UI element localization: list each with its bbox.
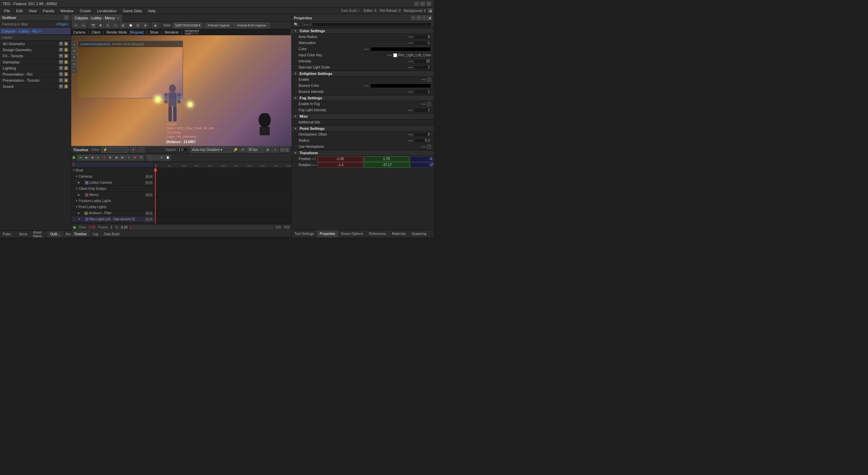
lc-btn-1[interactable]: +: [145, 181, 149, 184]
mercy-arrow[interactable]: ▶: [78, 193, 80, 196]
layer-vis2[interactable]: 👁: [59, 48, 63, 52]
layer-sound[interactable]: Sound 👁 🔒: [0, 83, 71, 90]
menu-view[interactable]: View: [26, 7, 40, 14]
transform-section[interactable]: ▼ Transform: [292, 150, 434, 156]
search-input[interactable]: [300, 22, 432, 27]
timeline-collapse[interactable]: □: [280, 147, 285, 152]
eif-drag-icon[interactable]: ⟺: [421, 102, 426, 106]
tl-expand-btn[interactable]: ▪: [272, 147, 279, 153]
bi-drag-icon[interactable]: ⟺: [408, 90, 413, 94]
amb-btn-2[interactable]: →: [149, 212, 153, 215]
menu-file[interactable]: File: [1, 7, 13, 14]
misc-section[interactable]: ▼ Misc: [292, 113, 434, 119]
outliner-close[interactable]: ×: [64, 15, 69, 20]
layer-lock7[interactable]: 🔒: [64, 78, 68, 82]
cam-btn-2[interactable]: →: [149, 175, 153, 178]
portrait-exr-btn[interactable]: Portrait EXR Capture: [233, 22, 270, 28]
tab-assets[interactable]: Assets: [63, 231, 71, 237]
root-arrow[interactable]: ▼: [73, 169, 75, 172]
att-drag-icon[interactable]: ⟺: [408, 41, 413, 45]
vp-tool-local[interactable]: L: [71, 67, 77, 73]
layer-lock5[interactable]: 🔒: [64, 66, 68, 70]
tool-btn-8[interactable]: ⊗: [142, 22, 149, 28]
tl-key-btn[interactable]: 🔑: [232, 147, 239, 153]
tl-remove-key-btn[interactable]: −: [153, 155, 158, 160]
tl-paste-btn[interactable]: 📋: [165, 155, 170, 160]
cameras-arrow[interactable]: ▼: [75, 175, 78, 178]
layer-design-geometry[interactable]: Design Geometry 👁 🔒: [0, 47, 71, 53]
layer-lock3[interactable]: 🔒: [64, 54, 68, 58]
fps-dropdown[interactable]: 30 fps: [247, 147, 264, 153]
show-label[interactable]: Show: [150, 31, 158, 34]
portrait-capture-btn[interactable]: Portrait Capture: [205, 22, 232, 28]
tl-row-client-only[interactable]: ▼ Client Only Entitys: [71, 186, 154, 192]
rot-z-input[interactable]: [412, 163, 434, 167]
tl-end-btn[interactable]: ▶|: [120, 155, 125, 160]
tl-play-btn[interactable]: ▶: [96, 155, 101, 160]
ho-drag-icon[interactable]: ⟺: [408, 133, 413, 136]
tl-row-root[interactable]: ▼ Root: [71, 167, 154, 174]
frustum-arrow[interactable]: ▼: [75, 199, 78, 202]
autokey-dropdown[interactable]: Auto-key Disabled ▾: [190, 147, 231, 153]
tab-palette[interactable]: Palet...: [0, 231, 16, 237]
tl-btn-2[interactable]: -: [138, 147, 145, 153]
mercy-btn-1[interactable]: +: [145, 193, 149, 197]
vp-tool-move[interactable]: M: [71, 48, 77, 54]
pos-drag-icon[interactable]: ⟺: [311, 157, 316, 161]
tab-asset-manager[interactable]: Asset Mana...: [31, 231, 47, 237]
layer-vis7[interactable]: 👁: [59, 78, 63, 82]
layer-gameplay[interactable]: Gameplay 👁 🔒: [0, 59, 71, 65]
tab-outliner[interactable]: Outli...: [47, 231, 63, 237]
panel-collapse-btn[interactable]: ◀: [428, 8, 432, 13]
tl-loop-btn[interactable]: ↻: [126, 155, 132, 160]
ambient-arrow[interactable]: ▶: [78, 212, 80, 215]
props-btn-1[interactable]: ↩: [411, 16, 416, 20]
ho-value-input[interactable]: [414, 132, 431, 137]
props-btn-3[interactable]: ?: [422, 16, 426, 20]
uh-checkbox[interactable]: [427, 145, 431, 149]
ar-drag-icon[interactable]: ⟺: [408, 35, 413, 39]
rl-btn-2[interactable]: →: [149, 218, 153, 221]
rad-value-input[interactable]: [414, 138, 431, 143]
menu-panels[interactable]: Panels: [40, 7, 57, 14]
layer-presentation-toronto[interactable]: Presentation - Toronto 👁 🔒: [0, 77, 71, 83]
rl-btn-1[interactable]: +: [145, 218, 149, 221]
color-drag-icon[interactable]: ⟺: [364, 47, 369, 51]
tool-btn-7[interactable]: ⊡: [135, 22, 141, 28]
props-collapse[interactable]: ◀: [427, 16, 432, 20]
tl-row-cameras[interactable]: ▼ Cameras + →: [71, 174, 154, 180]
menu-create[interactable]: Create: [77, 7, 94, 14]
rot-x-input[interactable]: [319, 163, 362, 167]
layer-visibility-icon[interactable]: 👁: [59, 42, 63, 46]
tl-btn-1[interactable]: +: [130, 147, 137, 153]
ss-value-input[interactable]: [414, 65, 431, 70]
tool-btn-camera[interactable]: 📷: [90, 22, 97, 28]
tl-row-rim-light[interactable]: ▼ Rim Light Left - Hair Accent 01 + →: [71, 216, 154, 222]
close-button[interactable]: ×: [426, 1, 431, 6]
point-settings-section[interactable]: ▼ Point Settings: [292, 125, 434, 132]
att-value-input[interactable]: [414, 41, 431, 45]
props-tab-tool-settings[interactable]: Tool Settings: [292, 230, 317, 238]
tl-step-back-btn[interactable]: ◀: [89, 155, 95, 160]
eif-checkbox[interactable]: [427, 102, 431, 106]
timeline-close[interactable]: ×: [285, 147, 289, 152]
tool-btn-move[interactable]: ✥: [97, 22, 104, 28]
layer-lighting[interactable]: Lighting 👁 🔒: [0, 65, 71, 71]
amb-btn-1[interactable]: +: [145, 212, 149, 215]
layer-art-geometry[interactable]: Art Geometry 👁 🔒: [0, 41, 71, 47]
ss-drag-icon[interactable]: ⟺: [408, 66, 413, 69]
vp-tool-scale[interactable]: Sc: [71, 61, 77, 67]
layer-vis5[interactable]: 👁: [59, 66, 63, 70]
tl-copy-btn[interactable]: ⧉: [159, 155, 164, 160]
props-tab-spawning[interactable]: Spawning: [409, 230, 429, 238]
rim-light-arrow[interactable]: ▼: [78, 218, 81, 221]
tl-row-ambient[interactable]: ▶ Ambient - Filler + →: [71, 210, 154, 216]
tl-settings-btn[interactable]: ⚙: [264, 147, 271, 153]
speed-input[interactable]: [178, 147, 188, 152]
menu-localization[interactable]: Localization: [94, 7, 119, 14]
viewport-tab-main[interactable]: Calypso - Lobby - Mercy ×: [71, 14, 123, 22]
int-drag-icon[interactable]: ⟺: [408, 60, 413, 63]
active-scene-tab[interactable]: Calypso - Lobby - Ris ×: [2, 29, 41, 33]
color-settings-section[interactable]: ▼ Color Settings: [292, 28, 434, 34]
tl-row-frustum[interactable]: ▼ Frustum Lobby Lights: [71, 198, 154, 204]
